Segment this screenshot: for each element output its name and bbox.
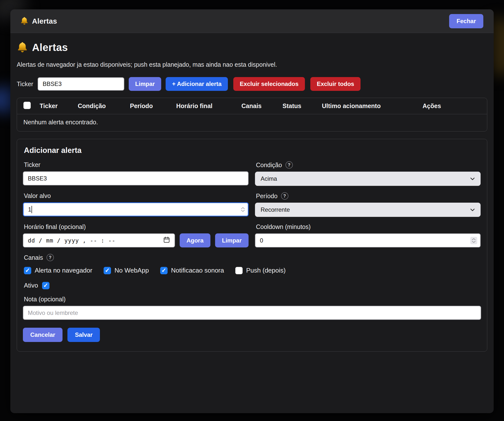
target-value-label: Valor alvo xyxy=(24,192,51,199)
column-ticker: Ticker xyxy=(40,102,78,110)
cooldown-input[interactable]: 0 xyxy=(255,233,481,247)
alerts-table: Ticker Condição Período Horário final Ca… xyxy=(17,98,487,131)
page-title-text: Alertas xyxy=(32,42,68,53)
period-label: Período xyxy=(256,193,278,200)
page-description: Alertas de navegador ja estao disponivei… xyxy=(17,61,487,68)
active-checkbox[interactable]: ✓ xyxy=(42,282,49,289)
period-select[interactable]: Recorrente xyxy=(255,203,481,217)
channel-browser-alert[interactable]: ✓ Alerta no navegador xyxy=(24,267,92,274)
ticker-filter-input[interactable]: BBSE3 xyxy=(38,77,124,91)
channel-webapp[interactable]: ✓ No WebApp xyxy=(104,267,149,274)
delete-selected-button[interactable]: Excluir selecionados xyxy=(233,77,305,91)
chevron-down-icon xyxy=(470,206,475,213)
channel-push[interactable]: Push (depois) xyxy=(235,267,285,274)
save-button[interactable]: Salvar xyxy=(67,328,100,342)
select-all-checkbox[interactable] xyxy=(23,102,31,109)
condition-help-icon[interactable]: ? xyxy=(285,161,293,169)
period-help-icon[interactable]: ? xyxy=(281,192,288,200)
page-title: Alertas xyxy=(17,41,487,54)
modal-header: Alertas Fechar xyxy=(10,9,494,33)
condition-label: Condição xyxy=(256,162,282,169)
column-end-time: Horário final xyxy=(176,102,241,110)
chevron-down-icon xyxy=(470,175,475,182)
calendar-icon[interactable] xyxy=(163,236,170,244)
cancel-button[interactable]: Cancelar xyxy=(23,328,63,342)
clear-end-time-button[interactable]: Limpar xyxy=(215,233,249,247)
channels-help-icon[interactable]: ? xyxy=(47,254,54,261)
add-alert-form: Adicionar alerta Ticker BBSE3 Condição ? xyxy=(17,139,487,352)
channel-sound[interactable]: ✓ Notificacao sonora xyxy=(160,267,224,274)
form-ticker-input[interactable]: BBSE3 xyxy=(23,171,249,185)
clear-filter-button[interactable]: Limpar xyxy=(129,77,161,91)
close-button[interactable]: Fechar xyxy=(449,14,483,28)
number-stepper[interactable] xyxy=(241,207,245,212)
bell-icon xyxy=(20,16,29,26)
end-time-label: Horário final (opcional) xyxy=(24,223,86,230)
column-last-trigger: Ultimo acionamento xyxy=(322,102,423,110)
end-time-input[interactable]: dd / mm / yyyy , -- : -- xyxy=(23,233,175,247)
ticker-label: Ticker xyxy=(17,81,33,88)
condition-select[interactable]: Acima xyxy=(255,172,481,186)
alerts-modal: Alertas Fechar Alertas Alertas de navega… xyxy=(10,9,494,413)
checkbox[interactable] xyxy=(235,267,243,274)
target-value-input[interactable]: 1 xyxy=(23,202,249,216)
channels-label: Canais xyxy=(24,254,43,261)
modal-title: Alertas xyxy=(32,17,57,25)
channels-group: ✓ Alerta no navegador ✓ No WebApp ✓ Noti… xyxy=(24,267,481,274)
checkbox[interactable]: ✓ xyxy=(24,267,31,274)
column-status: Status xyxy=(283,102,322,110)
active-toggle[interactable]: Ativo ✓ xyxy=(24,282,481,289)
empty-state-message: Nenhum alerta encontrado. xyxy=(17,114,487,131)
form-title: Adicionar alerta xyxy=(24,146,481,155)
number-stepper[interactable] xyxy=(470,237,477,244)
table-header-row: Ticker Condição Período Horário final Ca… xyxy=(17,98,487,114)
column-period: Período xyxy=(130,102,176,110)
column-actions: Ações xyxy=(423,102,441,110)
column-condition: Condição xyxy=(78,102,130,110)
form-ticker-label: Ticker xyxy=(24,161,40,168)
checkbox[interactable]: ✓ xyxy=(160,267,168,274)
toolbar: Ticker BBSE3 Limpar + Adicionar alerta E… xyxy=(17,77,487,91)
note-label: Nota (opcional) xyxy=(24,296,66,303)
add-alert-button[interactable]: + Adicionar alerta xyxy=(166,77,228,91)
checkbox[interactable]: ✓ xyxy=(104,267,111,274)
bell-icon xyxy=(17,41,28,54)
delete-all-button[interactable]: Excluir todos xyxy=(310,77,361,91)
note-input[interactable]: Motivo ou lembrete xyxy=(23,306,481,320)
cooldown-label: Cooldown (minutos) xyxy=(256,223,311,230)
column-channels: Canais xyxy=(241,102,283,110)
active-label: Ativo xyxy=(24,282,38,289)
text-caret xyxy=(32,206,32,213)
now-button[interactable]: Agora xyxy=(180,233,210,247)
